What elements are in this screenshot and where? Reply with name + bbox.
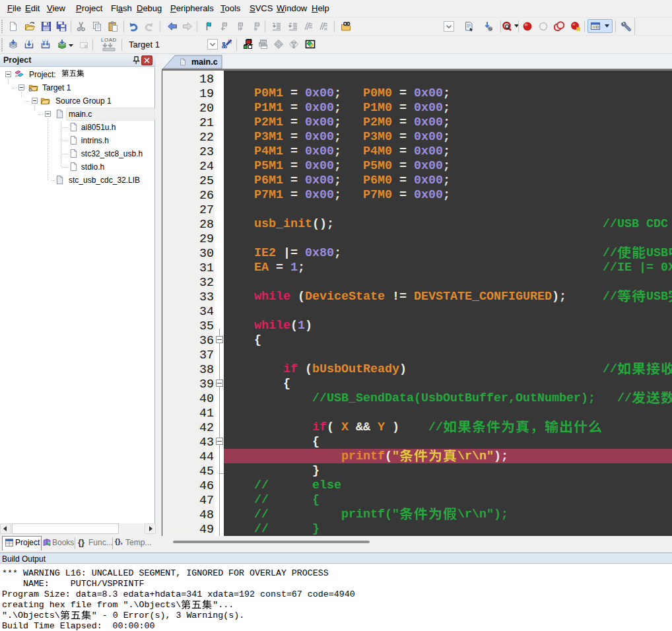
svg-text:Q: Q	[505, 23, 510, 30]
svg-text:?: ?	[48, 541, 50, 545]
